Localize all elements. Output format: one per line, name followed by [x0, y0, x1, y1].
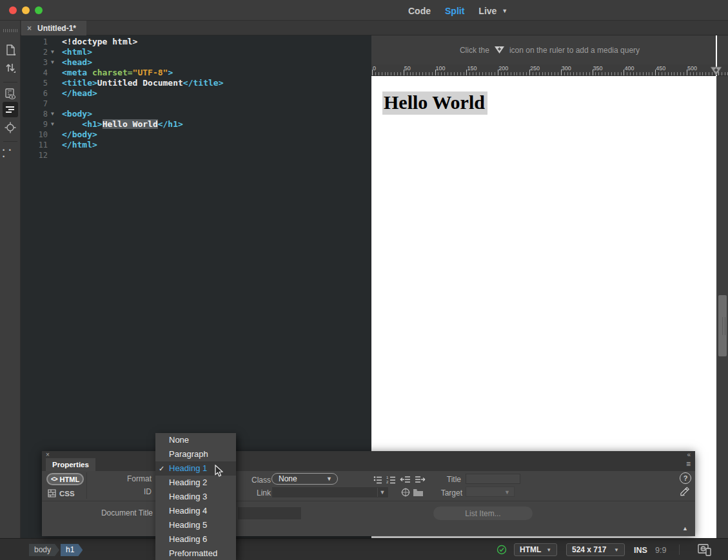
format-menu-item-label: Heading 5 — [169, 520, 207, 530]
line-number: 8 — [21, 109, 48, 119]
collapse-panel-icon[interactable]: « — [687, 451, 690, 458]
tab-title: Untitled-1* — [37, 24, 76, 33]
panel-menu-icon[interactable]: ≡ — [686, 459, 691, 468]
chevron-down-icon[interactable]: ▼ — [502, 8, 507, 14]
ruler-mark: 250 — [530, 65, 540, 72]
code-line[interactable]: 5<title>Untitled Document</title> — [21, 78, 371, 88]
unordered-list-icon[interactable] — [372, 474, 383, 485]
toolbar-grip-handle[interactable] — [3, 29, 17, 32]
code-text: </head> — [62, 88, 97, 99]
fold-arrow-icon[interactable]: ▼ — [51, 57, 54, 68]
live-view-button[interactable]: Live ▼ — [478, 6, 507, 16]
insert-mode-toggle[interactable]: INS — [634, 546, 647, 555]
edit-code-icon[interactable] — [680, 485, 691, 496]
split-view-button[interactable]: Split — [445, 6, 464, 16]
close-window-button[interactable] — [9, 6, 17, 14]
status-bar: body h1 HTML▼ 524 x 717▼ INS 9:9 — [0, 538, 728, 560]
close-tab-icon[interactable]: × — [27, 24, 32, 32]
code-line[interactable]: 1<!doctype html> — [21, 37, 371, 47]
more-options-icon[interactable]: • • • — [3, 146, 18, 161]
target-dropdown[interactable]: ▼ — [466, 487, 515, 497]
inspect-icon[interactable] — [3, 120, 18, 135]
document-tab[interactable]: × Untitled-1* — [21, 21, 86, 35]
fold-arrow-icon[interactable]: ▼ — [51, 109, 54, 119]
code-line[interactable]: 3▼<head> — [21, 57, 371, 68]
list-item-button[interactable]: List Item... — [433, 507, 533, 520]
format-menu-item[interactable]: Heading 3 — [155, 490, 236, 504]
code-line[interactable]: 2▼<html> — [21, 47, 371, 57]
outdent-icon[interactable] — [400, 474, 411, 485]
tag-selector-body[interactable]: body — [29, 544, 59, 556]
code-text: <title>Untitled Document</title> — [62, 78, 223, 88]
format-menu-item[interactable]: Heading 6 — [155, 532, 236, 546]
format-menu-item[interactable]: Heading 2 — [155, 476, 236, 490]
fold-arrow-icon[interactable]: ▼ — [51, 119, 54, 130]
sync-arrows-icon[interactable] — [3, 60, 18, 75]
ordered-list-icon[interactable]: 12 — [386, 474, 397, 485]
html-properties-button[interactable]: <> HTML — [46, 473, 84, 485]
viewport-size-dropdown[interactable]: 524 x 717▼ — [566, 543, 625, 556]
code-line[interactable]: 11</html> — [21, 140, 371, 150]
files-icon[interactable] — [3, 43, 18, 58]
line-number: 12 — [21, 150, 48, 160]
format-menu-item[interactable]: Preformatted — [155, 546, 236, 560]
add-media-query-icon — [494, 46, 505, 54]
preview-in-device-icon[interactable] — [698, 544, 712, 559]
preview-heading-selected[interactable]: Hello World — [382, 92, 487, 115]
code-line[interactable]: 8▼<body> — [21, 109, 371, 119]
left-toolbar: • • • — [0, 21, 21, 538]
close-panel-icon[interactable]: × — [46, 451, 50, 458]
format-menu-item[interactable]: Paragraph — [155, 447, 236, 461]
format-menu-item[interactable]: None — [155, 433, 236, 447]
chevron-down-icon[interactable]: ▼ — [377, 488, 387, 497]
class-dropdown[interactable]: None ▼ — [271, 473, 338, 485]
css-properties-button[interactable]: CSS — [48, 488, 81, 499]
toolbar-divider — [3, 82, 17, 82]
fold-arrow-icon[interactable]: ▼ — [51, 47, 54, 57]
horizontal-ruler[interactable]: 050100150200250300350400450500 — [371, 64, 728, 76]
chevron-down-icon: ▼ — [546, 547, 551, 553]
minimize-window-button[interactable] — [22, 6, 30, 14]
css-grid-icon — [48, 489, 56, 497]
live-code-icon[interactable] — [3, 86, 18, 102]
code-line[interactable]: 6</head> — [21, 88, 371, 99]
doc-type-dropdown[interactable]: HTML▼ — [514, 543, 557, 556]
vertical-scrollbar-thumb[interactable] — [718, 295, 727, 356]
media-query-handle-icon[interactable] — [710, 66, 722, 79]
title-input[interactable] — [466, 474, 520, 484]
document-title-label: Document Title — [97, 508, 153, 517]
format-menu-item[interactable]: Heading 5 — [155, 518, 236, 532]
help-icon[interactable]: ? — [680, 472, 691, 484]
maximize-window-button[interactable] — [35, 6, 43, 14]
ruler-mark: 350 — [593, 65, 603, 72]
chevron-down-icon: ▼ — [326, 476, 337, 482]
point-to-file-icon[interactable] — [400, 487, 411, 497]
line-number: 11 — [21, 140, 48, 150]
format-menu-item[interactable]: ✓Heading 1 — [155, 461, 236, 476]
format-icon[interactable] — [3, 102, 18, 117]
panel-divider — [42, 501, 695, 501]
format-menu-item-label: Preformatted — [169, 548, 217, 558]
code-line[interactable]: 12 — [21, 150, 371, 160]
title-label: Title — [422, 475, 461, 484]
line-number: 5 — [21, 78, 48, 88]
document-title-input[interactable] — [237, 507, 302, 520]
code-text: </html> — [62, 140, 97, 150]
collapse-panel-arrow-icon[interactable]: ▲ — [682, 525, 688, 532]
link-input[interactable]: ▼ — [271, 487, 389, 498]
ruler-mark: 200 — [498, 65, 508, 72]
svg-text:1: 1 — [386, 475, 389, 479]
line-number: 1 — [21, 37, 48, 47]
code-line[interactable]: 7 — [21, 99, 371, 109]
code-line[interactable]: 9▼ <h1>Hello World</h1> — [21, 119, 371, 130]
tag-selector-h1[interactable]: h1 — [61, 544, 83, 556]
panel-divider — [86, 472, 87, 499]
line-number: 7 — [21, 99, 48, 109]
format-menu-item[interactable]: Heading 4 — [155, 504, 236, 518]
properties-tab[interactable]: Properties — [46, 458, 95, 471]
code-view-button[interactable]: Code — [408, 6, 431, 16]
code-line[interactable]: 10</body> — [21, 130, 371, 140]
properties-panel: × « Properties ≡ <> HTML CSS Format ID C… — [42, 451, 695, 536]
code-line[interactable]: 4<meta charset="UTF-8"> — [21, 68, 371, 78]
format-menu-item-label: Heading 1 — [169, 463, 207, 473]
